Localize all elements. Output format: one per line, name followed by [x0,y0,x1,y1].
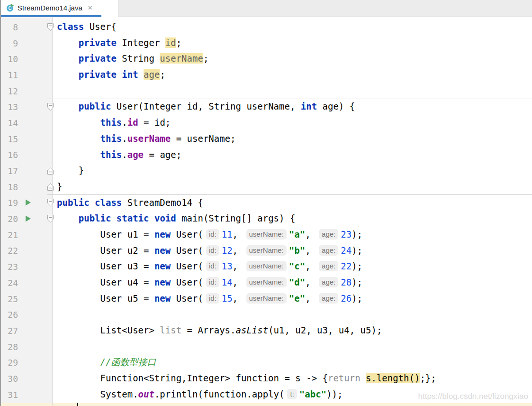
code-text[interactable]: this.userName = userName; [52,131,532,147]
fold-marker[interactable] [47,183,54,191]
code-token: void [154,213,176,223]
parameter-hint: id: [206,245,219,256]
fold-marker-down-icon[interactable] [47,198,54,207]
code-token: id [127,117,138,128]
line-number[interactable]: 18 [0,182,18,192]
code-token: User u2 = [57,245,154,256]
run-play-icon[interactable] [25,215,31,222]
line-number[interactable]: 21 [0,230,18,240]
code-text[interactable]: } [52,163,532,179]
line-number[interactable]: 20 [0,214,18,224]
line-number[interactable]: 12 [0,86,18,96]
code-text[interactable]: } [52,179,532,195]
code-text[interactable]: User u1 = new User(id:11, userName:"a", … [52,227,532,243]
fold-marker-down-icon[interactable] [47,102,54,111]
run-play-icon[interactable] [25,199,31,206]
code-text[interactable]: public static void main(String[] args) { [52,211,532,227]
fold-marker-up-icon[interactable] [47,166,54,175]
line-number[interactable]: 10 [0,54,18,64]
code-line[interactable]: 25 User u5 = new User(id:15, userName:"e… [0,291,532,307]
run-gutter-icon[interactable] [25,199,31,206]
parameter-hint: userName: [246,229,287,240]
code-token: "abc" [299,389,326,399]
line-number[interactable]: 31 [0,389,18,399]
code-text[interactable]: private int age; [52,67,532,83]
line-number[interactable]: 9 [0,38,18,48]
code-text[interactable]: User u2 = new User(id:12, userName:"b", … [52,243,532,259]
watermark-text: https://blog.csdn.net/lizongxiao [418,392,528,401]
line-number[interactable]: 27 [0,325,18,335]
fold-marker-down-icon[interactable] [47,23,54,31]
line-number[interactable]: 13 [0,102,18,112]
code-line[interactable]: 8class User{ [0,19,532,35]
code-line[interactable]: 18} [0,179,532,195]
code-line[interactable]: 9 private Integer id; [0,35,532,51]
code-text[interactable]: this.id = id; [52,115,532,131]
fold-marker[interactable] [47,102,54,111]
code-line[interactable]: 26 [0,306,532,323]
code-line[interactable]: 24 User u4 = new User(id:14, userName:"d… [0,275,532,291]
code-text[interactable]: User u3 = new User(id:13, userName:"c", … [52,258,532,275]
code-text[interactable]: User u5 = new User(id:15, userName:"e", … [52,291,532,307]
line-number[interactable]: 16 [0,150,18,160]
code-text[interactable]: public class StreamDemo14 { [52,195,532,211]
code-text[interactable]: this.age = age; [52,147,532,163]
line-number[interactable]: 22 [0,246,18,256]
code-line[interactable]: 28 [0,339,532,355]
code-line[interactable]: 29 //函数型接口 [0,354,532,370]
line-number[interactable]: 28 [0,341,18,351]
line-number[interactable]: 11 [0,70,18,80]
code-line[interactable]: 21 User u1 = new User(id:11, userName:"a… [0,227,532,243]
code-line[interactable]: 20 public static void main(String[] args… [0,211,532,227]
code-line[interactable]: 10 private String userName; [0,51,532,67]
code-token: age [127,149,144,160]
code-token: . [122,133,127,144]
code-line[interactable]: 11 private int age; [0,67,532,83]
code-line[interactable]: 27 List<User> list = Arrays.asList(u1, u… [0,323,532,339]
code-line[interactable]: 16 this.age = age; [0,147,532,163]
code-line[interactable]: 22 User u2 = new User(id:12, userName:"b… [0,243,532,259]
code-line[interactable]: 13 public User(Integer id, String userNa… [0,99,532,115]
line-number[interactable]: 15 [0,134,18,144]
code-line[interactable]: 14 this.id = id; [0,115,532,131]
line-number[interactable]: 8 [0,22,18,32]
line-number[interactable]: 24 [0,277,18,287]
code-line[interactable]: 15 this.userName = userName; [0,131,532,147]
fold-marker[interactable] [47,166,54,175]
line-number[interactable]: 14 [0,118,18,128]
code-line[interactable]: 30 Function<String,Integer> function = s… [0,370,532,387]
run-gutter-icon[interactable] [25,215,31,222]
code-text[interactable]: User u4 = new User(id:14, userName:"d", … [52,275,532,291]
code-text[interactable]: List<User> list = Arrays.asList(u1, u2, … [52,323,532,339]
tab-streamdemo14[interactable]: C StreamDemo14.java ✕ [1,0,118,17]
code-line[interactable]: 23 User u3 = new User(id:13, userName:"c… [0,258,532,275]
tab-close-icon[interactable]: ✕ [88,5,93,11]
fold-marker-up-icon[interactable] [47,183,54,191]
code-line[interactable]: 19public class StreamDemo14 { [0,195,532,211]
code-line[interactable]: 12 [0,83,532,99]
code-text[interactable]: class User{ [52,19,532,35]
line-number[interactable]: 25 [0,294,18,304]
code-token [111,213,116,223]
code-token: 28 [341,277,352,287]
code-line[interactable]: 17 } [0,163,532,179]
code-text[interactable]: private String userName; [52,51,532,67]
code-text[interactable]: public User(Integer id, String userName,… [52,99,532,115]
line-number[interactable]: 23 [0,262,18,272]
line-number[interactable]: 19 [0,198,18,208]
fold-marker[interactable] [47,198,54,207]
fold-marker-down-icon[interactable] [47,214,54,223]
line-number[interactable]: 29 [0,358,18,368]
code-text[interactable]: Function<String,Integer> function = s ->… [52,370,532,387]
code-text[interactable]: private Integer id; [52,35,532,51]
fold-marker[interactable] [47,214,54,223]
code-text[interactable]: //函数型接口 [52,354,532,370]
line-number[interactable]: 17 [0,166,18,176]
caret-line-highlight[interactable] [0,403,532,406]
line-number[interactable]: 30 [0,373,18,383]
code-token: int [122,69,138,80]
line-number[interactable]: 26 [0,310,18,320]
code-token: User u3 = [57,261,154,271]
fold-marker[interactable] [47,23,54,31]
code-token: 24 [341,245,352,256]
